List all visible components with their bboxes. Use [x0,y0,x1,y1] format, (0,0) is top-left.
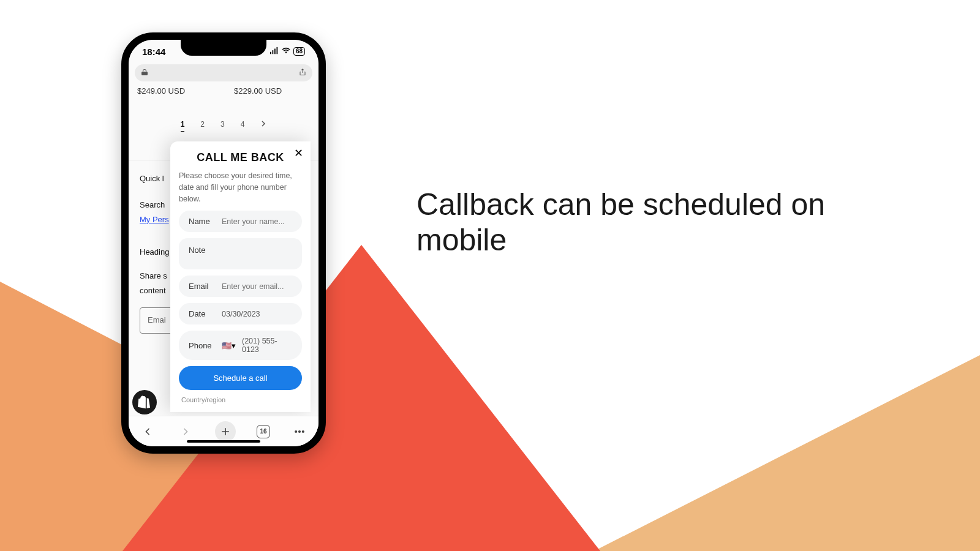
my-pers-link[interactable]: My Pers [140,215,169,224]
email-field[interactable]: Email [179,276,302,297]
wifi-icon [282,47,290,57]
close-icon[interactable]: ✕ [294,148,303,159]
schedule-call-button[interactable]: Schedule a call [179,366,302,390]
name-input[interactable] [222,217,311,226]
phone-field[interactable]: Phone 🇺🇸▾ (201) 555-0123 [179,331,302,360]
country-region-label: Country/region [179,396,302,403]
new-tab-button[interactable] [215,421,236,442]
email-input-modal[interactable] [222,282,311,291]
callback-modal: ✕ CALL ME BACK Please choose your desire… [170,141,311,412]
svg-point-4 [295,430,297,432]
svg-rect-3 [276,47,277,53]
date-label: Date [189,309,216,318]
lock-icon [141,67,148,78]
phone-notch [181,39,266,56]
pagination: 1 2 3 4 [136,120,311,132]
name-field[interactable]: Name [179,211,302,232]
tabs-button[interactable]: 16 [257,425,270,438]
phone-screen: 18:44 68 $249.00 USD $229.00 [129,40,318,446]
page-4[interactable]: 4 [241,120,245,132]
price-right: $229.00 USD [234,86,282,96]
page-next[interactable] [260,120,266,132]
page-1[interactable]: 1 [181,120,185,132]
more-button[interactable] [291,423,308,440]
date-value: 03/30/2023 [222,310,292,318]
svg-rect-1 [272,50,273,54]
flag-us-icon[interactable]: 🇺🇸▾ [222,341,236,350]
svg-point-6 [303,430,304,432]
back-button[interactable] [139,423,156,440]
bg-triangle-right [594,355,980,551]
name-label: Name [189,217,216,226]
svg-rect-2 [274,48,276,54]
email-label: Email [189,282,216,291]
note-label: Note [189,246,216,255]
share-icon[interactable] [299,67,306,78]
page-2[interactable]: 2 [200,120,205,132]
status-time: 18:44 [142,47,165,57]
note-field[interactable]: Note [179,238,302,269]
home-indicator [187,440,260,443]
modal-description: Please choose your desired time, date an… [179,170,302,204]
phone-value: (201) 555-0123 [242,337,292,354]
phone-frame: 18:44 68 $249.00 USD $229.00 [121,32,326,454]
battery-icon: 68 [293,47,305,56]
price-left: $249.00 USD [137,86,185,96]
svg-point-5 [299,430,301,432]
shopify-badge-icon[interactable] [132,390,157,414]
modal-title: CALL ME BACK [179,151,302,164]
cellular-icon [270,47,279,57]
browser-url-bar[interactable] [135,64,312,81]
svg-rect-0 [270,51,271,54]
phone-label: Phone [189,341,216,350]
date-field[interactable]: Date 03/30/2023 [179,303,302,324]
page-3[interactable]: 3 [221,120,225,132]
forward-button[interactable] [177,423,194,440]
headline-text: Callback can be scheduled on mobile [417,187,858,258]
